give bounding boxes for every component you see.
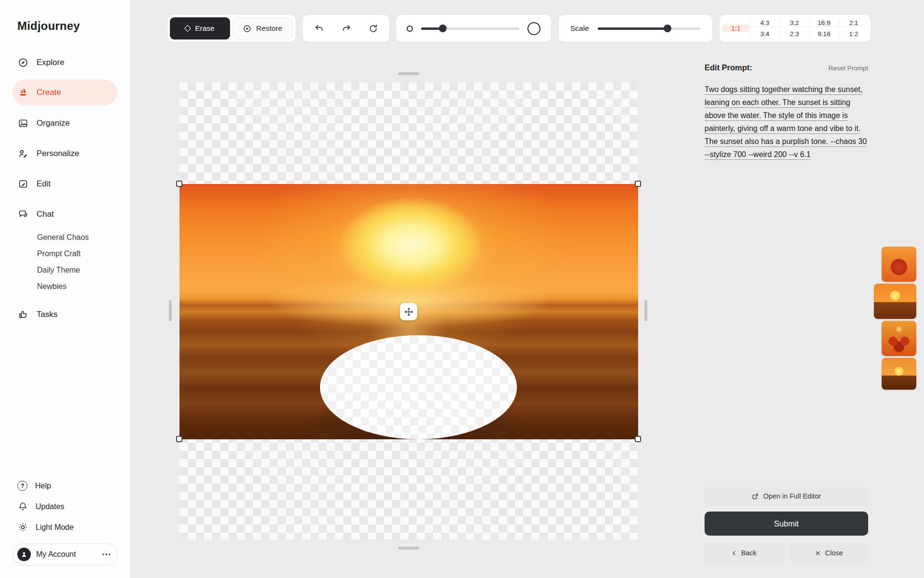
open-full-editor-button[interactable]: Open in Full Editor [705,487,868,505]
prompt-textarea[interactable]: Two dogs sitting together watching the s… [705,83,869,161]
chat-channel-daily-theme[interactable]: Daily Theme [0,262,130,278]
undo-button[interactable] [308,18,330,39]
sidebar-item-edit[interactable]: Edit [0,169,130,199]
undo-icon [314,24,324,34]
brush-large-icon[interactable] [527,22,540,35]
sidebar-item-explore[interactable]: Explore [0,47,130,78]
redo-icon [341,24,351,34]
sidebar-item-label: Personalize [37,149,79,158]
bell-icon [17,501,28,512]
sidebar-item-create[interactable]: Create [13,79,117,105]
thumbs-up-icon [17,309,28,320]
reset-canvas-button[interactable] [362,18,384,39]
chat-bubble-icon [17,209,28,220]
erase-button[interactable]: Erase [170,17,230,39]
sailboat-icon [17,87,28,98]
history-thumbnail-3[interactable] [882,321,916,356]
footer-item-label: Updates [36,502,64,511]
sidebar-item-label: Organize [37,118,70,128]
close-button[interactable]: Close [790,542,868,564]
move-image-button[interactable] [400,303,417,320]
close-label: Close [825,549,843,557]
chat-channel-prompt-craft[interactable]: Prompt Craft [0,246,130,262]
brush-size-toolbar [396,14,552,42]
sidebar-item-label: Chat [37,210,54,219]
ratio-3-2[interactable]: 3:2 [780,19,809,27]
ratio-2-3[interactable]: 2:3 [780,30,809,38]
ratio-1-2[interactable]: 1:2 [839,30,869,38]
sidebar-item-label: Create [37,88,61,97]
sidebar-item-organize[interactable]: Organize [0,108,130,138]
account-options-icon[interactable] [103,553,111,555]
chat-channel-newbies[interactable]: Newbies [0,278,130,295]
eraser-icon [184,25,191,32]
sidebar-item-chat[interactable]: Chat [0,199,130,229]
move-icon [404,307,413,316]
erased-region [320,335,517,439]
sidebar-item-updates[interactable]: Updates [0,496,130,517]
resize-handle-top-left[interactable] [176,181,182,187]
reset-prompt-link[interactable]: Reset Prompt [828,65,868,72]
chat-channel-general-chaos[interactable]: General Chaos [0,229,130,246]
pencil-square-icon [17,178,28,189]
sidebar-item-light-mode[interactable]: Light Mode [0,517,130,538]
restore-button[interactable]: Restore [232,17,293,39]
image-icon [17,118,28,129]
brush-size-slider[interactable] [421,27,519,30]
refresh-icon [368,24,378,34]
back-button[interactable]: Back [705,542,783,564]
sidebar-item-label: Explore [37,58,64,67]
submit-button[interactable]: Submit [705,512,868,536]
redo-button[interactable] [335,18,357,39]
footer-item-label: Light Mode [36,523,74,532]
scale-label: Scale [570,24,589,33]
close-icon [815,550,821,556]
history-toolbar [302,14,390,42]
canvas-left-drag-handle[interactable] [169,300,172,321]
brush-slider-knob[interactable] [439,25,447,32]
sidebar-item-personalize[interactable]: Personalize [0,138,130,169]
erase-label: Erase [195,24,215,33]
app-logo[interactable]: Midjourney [17,19,130,33]
footer-item-label: Help [35,482,51,490]
sidebar-item-label: Tasks [37,310,57,319]
person-pen-icon [17,148,28,159]
scale-slider-knob[interactable] [664,25,671,32]
canvas-top-drag-handle[interactable] [398,72,419,75]
restore-label: Restore [256,24,282,33]
chevron-left-icon [731,550,737,556]
avatar [17,548,31,561]
ratio-4-3[interactable]: 4:3 [750,19,780,27]
ratio-1-1[interactable]: 1:1 [722,25,750,32]
help-icon: ? [17,481,27,491]
plus-circle-icon [243,24,252,33]
resize-handle-bottom-right[interactable] [635,436,641,442]
sidebar: Midjourney Explore Create Organize Perso… [0,0,130,578]
brush-small-icon[interactable] [407,26,413,32]
open-full-editor-label: Open in Full Editor [763,492,821,500]
sidebar-item-help[interactable]: ? Help [0,475,130,496]
compass-icon [17,57,28,68]
resize-handle-bottom-left[interactable] [176,436,182,442]
back-label: Back [741,549,757,557]
edit-prompt-header: Edit Prompt: Reset Prompt [705,63,868,72]
sidebar-item-tasks[interactable]: Tasks [0,299,130,329]
resize-handle-top-right[interactable] [635,181,641,187]
midjourney-editor: Midjourney Explore Create Organize Perso… [0,0,924,578]
scale-slider[interactable] [598,27,701,30]
history-thumbnail-2-active[interactable] [874,284,916,319]
history-thumbnail-1[interactable] [882,247,916,282]
canvas-bottom-drag-handle[interactable] [398,547,419,550]
sidebar-item-label: Edit [37,179,51,189]
history-thumbnail-4[interactable] [882,358,916,390]
scale-toolbar: Scale [558,14,713,42]
external-link-icon [752,493,759,500]
sun-icon [17,522,28,533]
mode-toolbar: Erase Restore [167,14,296,42]
ratio-9-16[interactable]: 9:16 [809,30,839,38]
ratio-3-4[interactable]: 3:4 [750,30,780,38]
canvas-right-drag-handle[interactable] [644,300,647,321]
ratio-16-9[interactable]: 16:9 [809,19,839,27]
ratio-2-1[interactable]: 2:1 [839,19,869,27]
my-account-button[interactable]: My Account [13,543,117,565]
